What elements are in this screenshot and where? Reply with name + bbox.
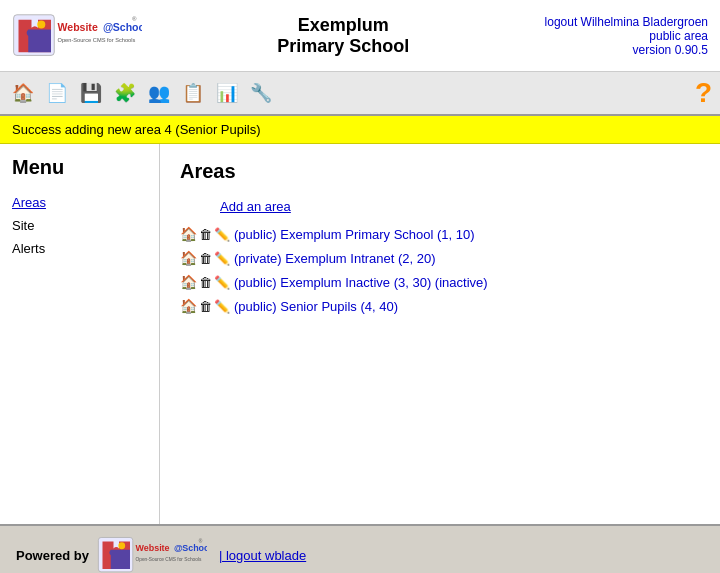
toolbar-checklist-icon[interactable] [178,78,208,108]
area-link-2[interactable]: (private) Exemplum Intranet (2, 20) [234,251,436,266]
logo-image: Website @ School Open-Source CMS for Sch… [12,8,142,63]
area-row: 🏠 🗑 ✏️ (private) Exemplum Intranet (2, 2… [180,250,700,266]
sidebar-item-areas[interactable]: Areas [12,195,147,210]
svg-text:School: School [113,21,142,33]
svg-text:Open-Source CMS for Schools: Open-Source CMS for Schools [58,37,136,43]
content-area: Areas Add an area 🏠 🗑 ✏️ (public) Exempl… [160,144,720,524]
area-home-icon[interactable]: 🏠 [180,274,197,290]
sidebar-item-alerts[interactable]: Alerts [12,241,147,256]
area-row: 🏠 🗑 ✏️ (public) Exemplum Primary School … [180,226,700,242]
toolbar-users-icon[interactable] [144,78,174,108]
area-delete-icon[interactable]: 🗑 [199,275,212,290]
svg-point-1 [37,20,45,28]
area-link-1[interactable]: (public) Exemplum Primary School (1, 10) [234,227,475,242]
toolbar-home-icon[interactable] [8,78,38,108]
toolbar-puzzle-icon[interactable] [110,78,140,108]
menu-heading: Menu [12,156,147,179]
toolbar-save-icon[interactable] [76,78,106,108]
area-home-icon[interactable]: 🏠 [180,298,197,314]
area-home-icon[interactable]: 🏠 [180,226,197,242]
svg-text:School: School [182,543,207,553]
footer-logo: Website @ School Open-Source CMS for Sch… [97,536,207,573]
svg-text:Website: Website [135,543,169,553]
area-edit-icon[interactable]: ✏️ [214,227,230,242]
area-icons: 🏠 🗑 ✏️ [180,274,230,290]
area-icons: 🏠 🗑 ✏️ [180,250,230,266]
user-info: logout Wilhelmina Bladergroen public are… [545,15,708,57]
area-link-3[interactable]: (public) Exemplum Inactive (3, 30) (inac… [234,275,488,290]
success-banner: Success adding new area 4 (Senior Pupils… [0,116,720,144]
area-delete-icon[interactable]: 🗑 [199,227,212,242]
header: Website @ School Open-Source CMS for Sch… [0,0,720,72]
area-delete-icon[interactable]: 🗑 [199,251,212,266]
area-icons: 🏠 🗑 ✏️ [180,298,230,314]
area-edit-icon[interactable]: ✏️ [214,299,230,314]
area-delete-icon[interactable]: 🗑 [199,299,212,314]
svg-text:®: ® [199,538,203,544]
area-link-4[interactable]: (public) Senior Pupils (4, 40) [234,299,398,314]
toolbar: ? [0,72,720,116]
help-icon[interactable]: ? [695,77,712,109]
sidebar-item-site[interactable]: Site [12,218,147,233]
area-edit-icon[interactable]: ✏️ [214,251,230,266]
area-row: 🏠 🗑 ✏️ (public) Exemplum Inactive (3, 30… [180,274,700,290]
area-row: 🏠 🗑 ✏️ (public) Senior Pupils (4, 40) [180,298,700,314]
area-edit-icon[interactable]: ✏️ [214,275,230,290]
footer-logout-link[interactable]: | logout wblade [219,548,306,563]
toolbar-doc-icon[interactable] [42,78,72,108]
content-heading: Areas [180,160,700,183]
area-icons: 🏠 🗑 ✏️ [180,226,230,242]
toolbar-chart-icon[interactable] [212,78,242,108]
powered-by-label: Powered by [16,548,89,563]
area-home-icon[interactable]: 🏠 [180,250,197,266]
toolbar-tools-icon[interactable] [246,78,276,108]
site-title: Exemplum Primary School [142,15,545,57]
svg-text:@: @ [103,21,113,33]
sidebar: Menu Areas Site Alerts [0,144,160,524]
svg-point-8 [118,542,125,549]
logo-area: Website @ School Open-Source CMS for Sch… [12,8,142,63]
main-content: Menu Areas Site Alerts Areas Add an area… [0,144,720,524]
svg-text:Open-Source CMS for Schools: Open-Source CMS for Schools [135,557,201,562]
footer: Powered by Website @ School Open-Source … [0,524,720,573]
add-area-link[interactable]: Add an area [220,199,700,214]
svg-text:Website: Website [58,21,98,33]
